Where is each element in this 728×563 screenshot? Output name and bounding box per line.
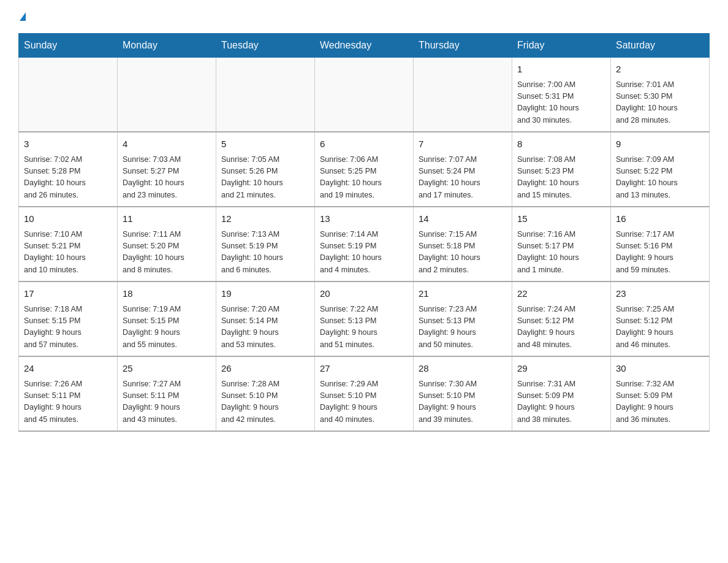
calendar-cell: 12Sunrise: 7:13 AM Sunset: 5:19 PM Dayli… [216,207,315,282]
calendar-cell: 16Sunrise: 7:17 AM Sunset: 5:16 PM Dayli… [611,207,710,282]
day-number: 25 [123,362,211,376]
calendar-cell: 23Sunrise: 7:25 AM Sunset: 5:12 PM Dayli… [611,282,710,356]
calendar-week-row: 17Sunrise: 7:18 AM Sunset: 5:15 PM Dayli… [19,282,710,356]
day-number: 30 [616,362,704,376]
calendar-cell: 17Sunrise: 7:18 AM Sunset: 5:15 PM Dayli… [19,282,118,356]
day-info: Sunrise: 7:22 AM Sunset: 5:13 PM Dayligh… [320,304,408,351]
calendar-cell: 30Sunrise: 7:32 AM Sunset: 5:09 PM Dayli… [611,356,710,431]
day-number: 24 [24,362,112,376]
calendar-cell: 9Sunrise: 7:09 AM Sunset: 5:22 PM Daylig… [611,132,710,207]
day-number: 27 [320,362,408,376]
day-info: Sunrise: 7:16 AM Sunset: 5:17 PM Dayligh… [517,229,605,277]
day-number: 29 [517,362,605,376]
weekday-header-row: SundayMondayTuesdayWednesdayThursdayFrid… [19,34,710,58]
day-info: Sunrise: 7:14 AM Sunset: 5:19 PM Dayligh… [320,229,408,277]
day-info: Sunrise: 7:25 AM Sunset: 5:12 PM Dayligh… [616,304,704,351]
day-number: 12 [221,212,309,226]
day-info: Sunrise: 7:11 AM Sunset: 5:20 PM Dayligh… [123,229,211,277]
calendar-cell [19,58,118,132]
calendar-cell: 14Sunrise: 7:15 AM Sunset: 5:18 PM Dayli… [414,207,512,282]
weekday-header-friday: Friday [512,34,611,58]
day-info: Sunrise: 7:08 AM Sunset: 5:23 PM Dayligh… [517,154,605,202]
day-number: 22 [517,287,605,301]
weekday-header-sunday: Sunday [19,34,118,58]
day-info: Sunrise: 7:28 AM Sunset: 5:10 PM Dayligh… [221,378,309,426]
day-info: Sunrise: 7:13 AM Sunset: 5:19 PM Dayligh… [221,229,309,277]
day-number: 10 [24,212,112,226]
calendar-cell [414,58,512,132]
calendar-week-row: 1Sunrise: 7:00 AM Sunset: 5:31 PM Daylig… [19,58,710,132]
day-info: Sunrise: 7:19 AM Sunset: 5:15 PM Dayligh… [123,304,211,351]
day-number: 4 [123,137,211,151]
day-info: Sunrise: 7:15 AM Sunset: 5:18 PM Dayligh… [419,229,507,277]
day-number: 11 [123,212,211,226]
calendar-cell: 15Sunrise: 7:16 AM Sunset: 5:17 PM Dayli… [512,207,611,282]
day-info: Sunrise: 7:01 AM Sunset: 5:30 PM Dayligh… [616,79,704,127]
day-info: Sunrise: 7:00 AM Sunset: 5:31 PM Dayligh… [517,79,605,127]
logo [18,12,26,21]
day-number: 8 [517,137,605,151]
day-number: 14 [419,212,507,226]
calendar-cell: 4Sunrise: 7:03 AM Sunset: 5:27 PM Daylig… [118,132,216,207]
day-number: 1 [517,63,605,77]
day-number: 23 [616,287,704,301]
calendar-cell: 20Sunrise: 7:22 AM Sunset: 5:13 PM Dayli… [315,282,414,356]
day-number: 17 [24,287,112,301]
calendar-week-row: 10Sunrise: 7:10 AM Sunset: 5:21 PM Dayli… [19,207,710,282]
day-info: Sunrise: 7:26 AM Sunset: 5:11 PM Dayligh… [24,378,112,426]
day-number: 21 [419,287,507,301]
day-info: Sunrise: 7:10 AM Sunset: 5:21 PM Dayligh… [24,229,112,277]
calendar-table: SundayMondayTuesdayWednesdayThursdayFrid… [18,33,710,432]
calendar-cell [315,58,414,132]
calendar-cell: 8Sunrise: 7:08 AM Sunset: 5:23 PM Daylig… [512,132,611,207]
calendar-cell: 24Sunrise: 7:26 AM Sunset: 5:11 PM Dayli… [19,356,118,431]
calendar-cell: 6Sunrise: 7:06 AM Sunset: 5:25 PM Daylig… [315,132,414,207]
calendar-cell: 29Sunrise: 7:31 AM Sunset: 5:09 PM Dayli… [512,356,611,431]
calendar-cell: 25Sunrise: 7:27 AM Sunset: 5:11 PM Dayli… [118,356,216,431]
day-number: 7 [419,137,507,151]
calendar-cell [216,58,315,132]
day-info: Sunrise: 7:03 AM Sunset: 5:27 PM Dayligh… [123,154,211,202]
day-number: 2 [616,63,704,77]
day-info: Sunrise: 7:02 AM Sunset: 5:28 PM Dayligh… [24,154,112,202]
day-number: 5 [221,137,309,151]
day-info: Sunrise: 7:07 AM Sunset: 5:24 PM Dayligh… [419,154,507,202]
day-number: 28 [419,362,507,376]
day-info: Sunrise: 7:20 AM Sunset: 5:14 PM Dayligh… [221,304,309,351]
day-info: Sunrise: 7:06 AM Sunset: 5:25 PM Dayligh… [320,154,408,202]
day-info: Sunrise: 7:18 AM Sunset: 5:15 PM Dayligh… [24,304,112,351]
calendar-week-row: 24Sunrise: 7:26 AM Sunset: 5:11 PM Dayli… [19,356,710,431]
day-number: 16 [616,212,704,226]
day-info: Sunrise: 7:29 AM Sunset: 5:10 PM Dayligh… [320,378,408,426]
calendar-cell: 19Sunrise: 7:20 AM Sunset: 5:14 PM Dayli… [216,282,315,356]
calendar-cell: 26Sunrise: 7:28 AM Sunset: 5:10 PM Dayli… [216,356,315,431]
day-number: 13 [320,212,408,226]
calendar-cell: 3Sunrise: 7:02 AM Sunset: 5:28 PM Daylig… [19,132,118,207]
day-info: Sunrise: 7:31 AM Sunset: 5:09 PM Dayligh… [517,378,605,426]
calendar-week-row: 3Sunrise: 7:02 AM Sunset: 5:28 PM Daylig… [19,132,710,207]
calendar-cell: 28Sunrise: 7:30 AM Sunset: 5:10 PM Dayli… [414,356,512,431]
day-info: Sunrise: 7:24 AM Sunset: 5:12 PM Dayligh… [517,304,605,351]
day-info: Sunrise: 7:09 AM Sunset: 5:22 PM Dayligh… [616,154,704,202]
calendar-cell: 7Sunrise: 7:07 AM Sunset: 5:24 PM Daylig… [414,132,512,207]
weekday-header-tuesday: Tuesday [216,34,315,58]
logo-triangle-icon [20,12,26,21]
day-number: 15 [517,212,605,226]
weekday-header-saturday: Saturday [611,34,710,58]
day-number: 26 [221,362,309,376]
calendar-cell [118,58,216,132]
calendar-cell: 13Sunrise: 7:14 AM Sunset: 5:19 PM Dayli… [315,207,414,282]
weekday-header-monday: Monday [118,34,216,58]
calendar-cell: 21Sunrise: 7:23 AM Sunset: 5:13 PM Dayli… [414,282,512,356]
day-info: Sunrise: 7:23 AM Sunset: 5:13 PM Dayligh… [419,304,507,351]
calendar-cell: 5Sunrise: 7:05 AM Sunset: 5:26 PM Daylig… [216,132,315,207]
day-info: Sunrise: 7:32 AM Sunset: 5:09 PM Dayligh… [616,378,704,426]
calendar-cell: 27Sunrise: 7:29 AM Sunset: 5:10 PM Dayli… [315,356,414,431]
day-info: Sunrise: 7:05 AM Sunset: 5:26 PM Dayligh… [221,154,309,202]
weekday-header-wednesday: Wednesday [315,34,414,58]
day-number: 3 [24,137,112,151]
calendar-cell: 11Sunrise: 7:11 AM Sunset: 5:20 PM Dayli… [118,207,216,282]
day-info: Sunrise: 7:27 AM Sunset: 5:11 PM Dayligh… [123,378,211,426]
calendar-cell: 1Sunrise: 7:00 AM Sunset: 5:31 PM Daylig… [512,58,611,132]
day-info: Sunrise: 7:30 AM Sunset: 5:10 PM Dayligh… [419,378,507,426]
